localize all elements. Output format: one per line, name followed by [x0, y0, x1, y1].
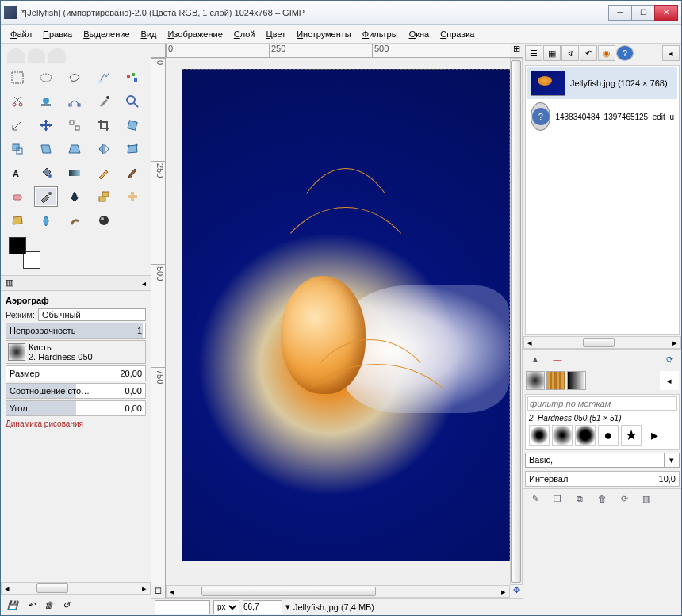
- pencil-tool[interactable]: [92, 163, 116, 183]
- delete-brush-icon[interactable]: 🗑: [595, 492, 609, 505]
- menu-help[interactable]: Справка: [435, 27, 479, 41]
- image-list-item[interactable]: Jellyfish.jpg (1024 × 768): [527, 67, 677, 99]
- zoom-tool[interactable]: [121, 91, 144, 112]
- ruler-vertical[interactable]: 0 250 500 750: [151, 58, 166, 585]
- quickmask-icon[interactable]: ◻: [151, 585, 166, 598]
- canvas-vscrollbar[interactable]: [510, 58, 523, 585]
- airbrush-tool[interactable]: [34, 186, 58, 207]
- brush-preset[interactable]: ●: [598, 425, 619, 446]
- cage-tool[interactable]: [121, 139, 144, 159]
- angle-slider[interactable]: Угол 0,00: [6, 400, 146, 416]
- refresh-brush-icon[interactable]: ⟳: [617, 492, 631, 505]
- delete-options-icon[interactable]: 🗑: [44, 600, 53, 610]
- aspect-slider[interactable]: Соотношение сто… 0,00: [6, 383, 146, 399]
- layers-tab-icon[interactable]: ☰: [525, 45, 542, 61]
- panel-menu-icon[interactable]: ◂: [142, 279, 146, 288]
- size-slider[interactable]: Размер 20,00: [6, 365, 146, 381]
- ink-tool[interactable]: [63, 186, 86, 207]
- paintbrush-tool[interactable]: [121, 163, 144, 183]
- save-options-icon[interactable]: 💾: [7, 600, 18, 610]
- smudge-tool[interactable]: [63, 210, 86, 231]
- open-as-image-icon[interactable]: ▥: [639, 492, 653, 505]
- brushes-tab-icon[interactable]: [526, 371, 545, 390]
- lasso-tool[interactable]: [63, 67, 86, 88]
- rect-select-tool[interactable]: [6, 67, 29, 88]
- menu-tools[interactable]: Инструменты: [292, 27, 356, 41]
- brush-filter-input[interactable]: [527, 396, 677, 411]
- duplicate-brush-icon[interactable]: ⧉: [573, 492, 587, 505]
- histogram-tab-icon[interactable]: ◉: [598, 45, 615, 61]
- image-list-item[interactable]: ? 1438340484_1397465125_edit_u: [527, 99, 677, 134]
- navigate-icon[interactable]: ✥: [510, 585, 523, 598]
- undo-tab-icon[interactable]: ↶: [580, 45, 597, 61]
- flip-tool[interactable]: [92, 139, 116, 159]
- new-icon[interactable]: —: [550, 353, 565, 365]
- ruler-horizontal[interactable]: 0 250 500: [166, 44, 510, 58]
- channels-tab-icon[interactable]: ▦: [543, 45, 561, 61]
- paths-tab-icon[interactable]: ↯: [561, 45, 579, 61]
- imagelist-scrollbar[interactable]: ◂▸: [523, 336, 681, 349]
- shear-tool[interactable]: [34, 139, 58, 159]
- zoom-input[interactable]: [243, 600, 282, 614]
- left-panel-scrollbar[interactable]: ◂▸: [1, 582, 151, 595]
- text-tool[interactable]: A: [6, 163, 29, 183]
- brush-preset[interactable]: ★: [621, 425, 642, 446]
- bucket-fill-tool[interactable]: [34, 163, 58, 183]
- ruler-origin[interactable]: [151, 44, 166, 58]
- opacity-slider[interactable]: Непрозрачность 1: [6, 323, 146, 339]
- panel-menu-icon[interactable]: ◂: [662, 45, 680, 61]
- menu-view[interactable]: Вид: [136, 27, 162, 41]
- zoom-dropdown-icon[interactable]: ▾: [285, 602, 290, 612]
- maximize-button[interactable]: ☐: [631, 5, 655, 21]
- menu-image[interactable]: Изображение: [163, 27, 227, 41]
- unit-select[interactable]: px: [213, 600, 239, 614]
- titlebar[interactable]: *[Jellyfish] (импортировано)-2.0 (Цвета …: [1, 1, 681, 25]
- menu-edit[interactable]: Правка: [38, 27, 77, 41]
- ellipse-select-tool[interactable]: [34, 67, 58, 88]
- raise-icon[interactable]: ▲: [528, 353, 542, 365]
- blur-tool[interactable]: [34, 210, 58, 231]
- menu-colors[interactable]: Цвет: [262, 27, 291, 41]
- paths-tool[interactable]: [63, 91, 86, 112]
- dodge-burn-tool[interactable]: [92, 210, 116, 231]
- menu-filters[interactable]: Фильтры: [358, 27, 403, 41]
- interval-slider[interactable]: Интервал 10,0: [525, 471, 680, 487]
- patterns-tab-icon[interactable]: [546, 371, 565, 390]
- brush-preset-select[interactable]: Basic,▾: [525, 453, 680, 468]
- canvas[interactable]: [166, 58, 510, 585]
- tool-options-tab-icon[interactable]: ▥: [6, 277, 18, 289]
- canvas-hscrollbar[interactable]: ◂▸: [166, 585, 510, 598]
- move-tool[interactable]: [34, 115, 58, 136]
- brush-preview-icon[interactable]: [8, 343, 25, 361]
- gradients-tab-icon[interactable]: [567, 371, 586, 390]
- heal-tool[interactable]: [121, 186, 144, 207]
- brush-preset[interactable]: [529, 425, 550, 446]
- close-button[interactable]: ✕: [654, 5, 678, 21]
- scissors-tool[interactable]: [6, 91, 29, 112]
- minimize-button[interactable]: ─: [608, 5, 632, 21]
- align-tool[interactable]: [63, 115, 86, 136]
- color-swatches[interactable]: [9, 237, 40, 269]
- menu-select[interactable]: Выделение: [79, 27, 134, 41]
- fg-color-swatch[interactable]: [9, 237, 26, 254]
- color-picker-tool[interactable]: [92, 91, 116, 112]
- brush-preset[interactable]: [552, 425, 573, 446]
- menu-layer[interactable]: Слой: [229, 27, 260, 41]
- scale-tool[interactable]: [6, 139, 29, 159]
- menu-file[interactable]: Файл: [6, 27, 36, 41]
- help-tab-icon[interactable]: ?: [616, 45, 634, 61]
- edit-brush-icon[interactable]: ✎: [528, 492, 542, 505]
- rotate-tool[interactable]: [121, 115, 144, 136]
- crop-tool[interactable]: [92, 115, 116, 136]
- delete-icon[interactable]: ⟳: [662, 353, 676, 365]
- clone-tool[interactable]: [92, 186, 116, 207]
- quickmask-toggle-icon[interactable]: ⊞: [510, 44, 523, 58]
- reset-options-icon[interactable]: ↺: [63, 600, 70, 610]
- blend-tool[interactable]: [63, 163, 86, 183]
- menu-windows[interactable]: Окна: [404, 27, 435, 41]
- brush-panel-menu-icon[interactable]: ◂: [660, 371, 679, 390]
- new-brush-icon[interactable]: ❐: [550, 492, 565, 505]
- foreground-select-tool[interactable]: [34, 91, 58, 112]
- restore-options-icon[interactable]: ↶: [28, 600, 35, 610]
- brush-more-icon[interactable]: ▸: [644, 425, 665, 446]
